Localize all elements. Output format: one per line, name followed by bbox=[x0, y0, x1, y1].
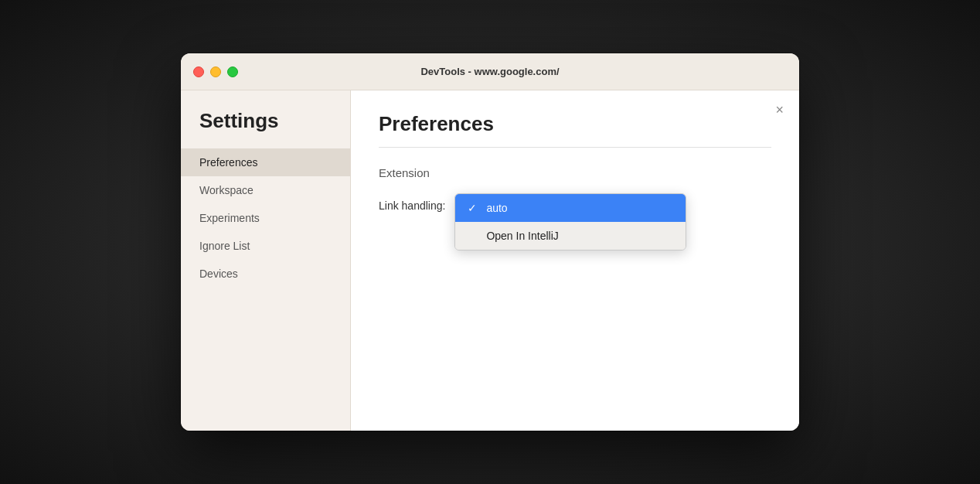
main-content: × Preferences Extension Link handling: ✓… bbox=[351, 90, 799, 431]
dropdown-option-intellij-label: Open In IntelliJ bbox=[486, 230, 558, 242]
link-handling-dropdown[interactable]: ✓ auto Open In IntelliJ bbox=[454, 193, 686, 251]
link-handling-field: Link handling: ✓ auto Open In IntelliJ bbox=[379, 193, 771, 251]
dropdown-option-auto[interactable]: ✓ auto bbox=[455, 194, 686, 222]
maximize-window-button[interactable] bbox=[227, 66, 238, 77]
window-controls bbox=[193, 66, 238, 77]
page-title: Preferences bbox=[379, 112, 771, 136]
link-handling-label: Link handling: bbox=[379, 193, 445, 212]
desktop-background: DevTools - www.google.com/ Settings Pref… bbox=[0, 0, 980, 484]
sidebar: Settings Preferences Workspace Experimen… bbox=[181, 90, 351, 431]
devtools-window: DevTools - www.google.com/ Settings Pref… bbox=[181, 53, 799, 431]
sidebar-item-devices[interactable]: Devices bbox=[181, 260, 350, 288]
window-title: DevTools - www.google.com/ bbox=[420, 66, 559, 77]
panel-close-button[interactable]: × bbox=[775, 103, 784, 117]
window-body: Settings Preferences Workspace Experimen… bbox=[181, 90, 799, 431]
sidebar-item-experiments[interactable]: Experiments bbox=[181, 204, 350, 232]
sidebar-item-ignore-list[interactable]: Ignore List bbox=[181, 232, 350, 260]
dropdown-options-list: ✓ auto Open In IntelliJ bbox=[454, 193, 686, 251]
sidebar-item-preferences[interactable]: Preferences bbox=[181, 148, 350, 176]
titlebar: DevTools - www.google.com/ bbox=[181, 53, 799, 90]
minimize-window-button[interactable] bbox=[210, 66, 221, 77]
dropdown-option-intellij[interactable]: Open In IntelliJ bbox=[455, 222, 686, 250]
section-heading: Extension bbox=[379, 166, 771, 179]
checkmark-icon: ✓ bbox=[468, 202, 480, 214]
dropdown-option-auto-label: auto bbox=[486, 202, 507, 214]
title-divider bbox=[379, 147, 771, 148]
close-window-button[interactable] bbox=[193, 66, 204, 77]
sidebar-heading: Settings bbox=[181, 109, 350, 148]
sidebar-item-workspace[interactable]: Workspace bbox=[181, 176, 350, 204]
